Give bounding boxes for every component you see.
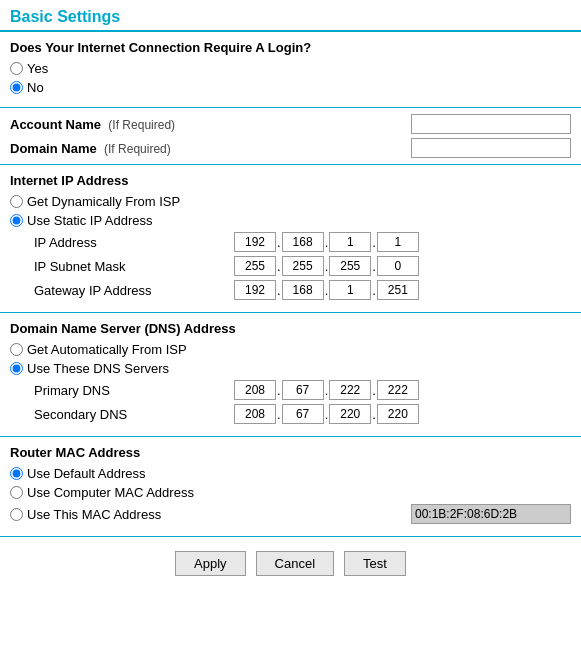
gateway-octet-2[interactable] <box>282 280 324 300</box>
mac-computer-label[interactable]: Use Computer MAC Address <box>10 485 194 500</box>
subnet-label: IP Subnet Mask <box>34 259 234 274</box>
dns-title: Domain Name Server (DNS) Address <box>10 321 571 336</box>
apply-button[interactable]: Apply <box>175 551 246 576</box>
dns-manual-row: Use These DNS Servers <box>10 361 571 376</box>
ip-address-octet-4[interactable] <box>377 232 419 252</box>
mac-this-row: Use This MAC Address <box>10 504 571 524</box>
login-yes-radio[interactable] <box>10 62 23 75</box>
login-yes-label[interactable]: Yes <box>10 61 48 76</box>
dns-manual-text: Use These DNS Servers <box>27 361 169 376</box>
ip-address-fields: . . . <box>234 232 419 252</box>
ip-dynamic-label[interactable]: Get Dynamically From ISP <box>10 194 180 209</box>
login-no-label[interactable]: No <box>10 80 44 95</box>
dns-auto-label[interactable]: Get Automatically From ISP <box>10 342 187 357</box>
subnet-octet-2[interactable] <box>282 256 324 276</box>
domain-name-row: Domain Name (If Required) <box>10 138 571 158</box>
page-title: Basic Settings <box>0 0 581 32</box>
login-yes-row: Yes <box>10 61 571 76</box>
primary-dns-label: Primary DNS <box>34 383 234 398</box>
ip-static-label[interactable]: Use Static IP Address <box>10 213 153 228</box>
account-name-input[interactable] <box>411 114 571 134</box>
login-no-row: No <box>10 80 571 95</box>
domain-name-input-area <box>411 138 571 158</box>
secondary-dns-fields: . . . <box>234 404 419 424</box>
mac-title: Router MAC Address <box>10 445 571 460</box>
secondary-dns-octet-4[interactable] <box>377 404 419 424</box>
ip-dynamic-text: Get Dynamically From ISP <box>27 194 180 209</box>
account-name-input-area <box>411 114 571 134</box>
mac-default-radio[interactable] <box>10 467 23 480</box>
secondary-dns-row: Secondary DNS . . . <box>10 404 571 424</box>
ip-address-octet-3[interactable] <box>329 232 371 252</box>
login-section: Does Your Internet Connection Require A … <box>0 32 581 108</box>
primary-dns-row: Primary DNS . . . <box>10 380 571 400</box>
gateway-octet-4[interactable] <box>377 280 419 300</box>
ip-dynamic-radio[interactable] <box>10 195 23 208</box>
dns-manual-radio[interactable] <box>10 362 23 375</box>
mac-computer-radio[interactable] <box>10 486 23 499</box>
login-section-title: Does Your Internet Connection Require A … <box>10 40 571 55</box>
gateway-octet-1[interactable] <box>234 280 276 300</box>
mac-computer-text: Use Computer MAC Address <box>27 485 194 500</box>
subnet-octet-4[interactable] <box>377 256 419 276</box>
gateway-label: Gateway IP Address <box>34 283 234 298</box>
mac-this-label[interactable]: Use This MAC Address <box>10 507 210 522</box>
login-no-radio[interactable] <box>10 81 23 94</box>
internet-ip-title: Internet IP Address <box>10 173 571 188</box>
ip-address-row: IP Address . . . <box>10 232 571 252</box>
dns-auto-radio[interactable] <box>10 343 23 356</box>
gateway-octet-3[interactable] <box>329 280 371 300</box>
secondary-dns-octet-3[interactable] <box>329 404 371 424</box>
dns-manual-label[interactable]: Use These DNS Servers <box>10 361 169 376</box>
mac-address-input[interactable] <box>411 504 571 524</box>
mac-input-area <box>411 504 571 524</box>
primary-dns-octet-2[interactable] <box>282 380 324 400</box>
button-row: Apply Cancel Test <box>0 537 581 590</box>
subnet-octet-3[interactable] <box>329 256 371 276</box>
mac-default-row: Use Default Address <box>10 466 571 481</box>
gateway-row: Gateway IP Address . . . <box>10 280 571 300</box>
dns-auto-row: Get Automatically From ISP <box>10 342 571 357</box>
dns-auto-text: Get Automatically From ISP <box>27 342 187 357</box>
subnet-octet-1[interactable] <box>234 256 276 276</box>
internet-ip-section: Internet IP Address Get Dynamically From… <box>0 165 581 313</box>
primary-dns-fields: . . . <box>234 380 419 400</box>
mac-section: Router MAC Address Use Default Address U… <box>0 437 581 537</box>
gateway-fields: . . . <box>234 280 419 300</box>
ip-address-label: IP Address <box>34 235 234 250</box>
domain-name-input[interactable] <box>411 138 571 158</box>
secondary-dns-octet-2[interactable] <box>282 404 324 424</box>
dns-section: Domain Name Server (DNS) Address Get Aut… <box>0 313 581 437</box>
login-yes-text: Yes <box>27 61 48 76</box>
primary-dns-octet-1[interactable] <box>234 380 276 400</box>
ip-dynamic-row: Get Dynamically From ISP <box>10 194 571 209</box>
page-container: Basic Settings Does Your Internet Connec… <box>0 0 581 590</box>
test-button[interactable]: Test <box>344 551 406 576</box>
mac-this-radio[interactable] <box>10 508 23 521</box>
mac-default-label[interactable]: Use Default Address <box>10 466 146 481</box>
primary-dns-octet-3[interactable] <box>329 380 371 400</box>
mac-default-text: Use Default Address <box>27 466 146 481</box>
cancel-button[interactable]: Cancel <box>256 551 334 576</box>
ip-static-radio[interactable] <box>10 214 23 227</box>
primary-dns-octet-4[interactable] <box>377 380 419 400</box>
ip-address-octet-1[interactable] <box>234 232 276 252</box>
domain-name-label: Domain Name (If Required) <box>10 141 171 156</box>
account-name-row: Account Name (If Required) <box>10 114 571 134</box>
subnet-fields: . . . <box>234 256 419 276</box>
mac-this-text: Use This MAC Address <box>27 507 161 522</box>
ip-static-text: Use Static IP Address <box>27 213 153 228</box>
account-section-inner: Account Name (If Required) Domain Name (… <box>10 114 571 158</box>
ip-address-octet-2[interactable] <box>282 232 324 252</box>
account-name-label: Account Name (If Required) <box>10 117 175 132</box>
login-no-text: No <box>27 80 44 95</box>
secondary-dns-label: Secondary DNS <box>34 407 234 422</box>
subnet-row: IP Subnet Mask . . . <box>10 256 571 276</box>
ip-static-row: Use Static IP Address <box>10 213 571 228</box>
mac-computer-row: Use Computer MAC Address <box>10 485 571 500</box>
secondary-dns-octet-1[interactable] <box>234 404 276 424</box>
account-section: Account Name (If Required) Domain Name (… <box>0 108 581 165</box>
